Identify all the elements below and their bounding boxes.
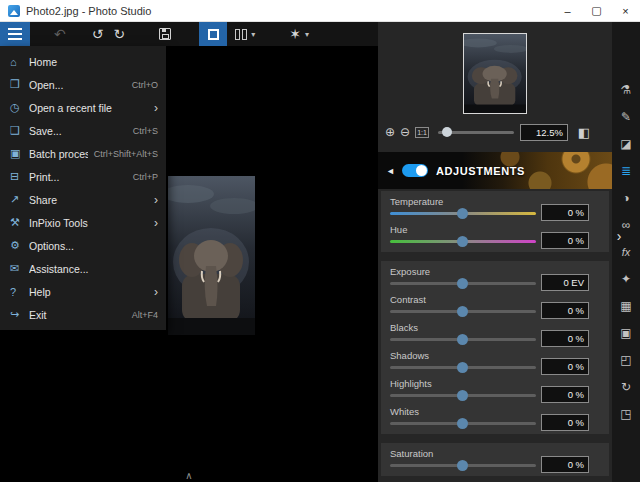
highlights-slider-handle[interactable] [457,390,468,401]
highlights-value-input[interactable]: 0 % [541,386,589,403]
preview-area [378,33,612,114]
eraser-icon[interactable]: ◪ [616,134,636,154]
minimize-button[interactable]: – [553,0,582,21]
expand-rail-icon[interactable]: › [612,228,626,244]
frames-icon[interactable]: ▣ [616,323,636,343]
save-icon [159,28,171,40]
window-title: Photo2.jpg - Photo Studio [26,5,553,17]
effects-fx-icon[interactable]: fx [616,242,636,262]
zoom-slider-handle[interactable] [442,127,452,137]
main-menu-dropdown: ⌂Home❒Open...Ctrl+O◷Open a recent file›❑… [0,46,166,330]
save-button[interactable] [155,22,175,46]
whites-value-input[interactable]: 0 % [541,414,589,431]
exposure-value-input[interactable]: 0 EV [541,274,589,291]
hue-slider-handle[interactable] [457,236,468,247]
contrast-slider-handle[interactable] [457,306,468,317]
adjustments-header: ◄ ADJUSTMENTS [378,152,612,189]
close-button[interactable]: × [611,0,640,21]
zoom-in-icon[interactable]: ⊕ [385,126,395,138]
menu-item-label: Share [29,194,148,206]
blacks-value-input[interactable]: 0 % [541,330,589,347]
photo-studio-window: Photo2.jpg - Photo Studio –▢× ↶↺↻▾✶▾ ∧ ⌂… [0,0,640,482]
collapse-panel-icon[interactable]: ◄ [386,166,395,176]
main-menu-button[interactable] [0,22,30,46]
adjustments-toggle[interactable] [402,164,428,177]
rotate-right-icon: ↻ [113,27,125,41]
zoom-slider[interactable] [438,125,514,139]
whites-slider-handle[interactable] [457,418,468,429]
view-compare-button[interactable]: ▾ [231,22,259,46]
menu-item-shortcut: Alt+F4 [132,310,158,320]
submenu-arrow-icon: › [154,285,158,299]
menu-item-share[interactable]: ↗Share› [0,188,166,211]
zoom-actual-size-icon[interactable]: 1:1 [415,127,429,138]
menu-item-assistance[interactable]: ✉Assistance... [0,257,166,280]
batch-process-icon: ▣ [10,147,29,160]
titlebar: Photo2.jpg - Photo Studio –▢× [0,0,640,22]
crop-icon[interactable]: ◰ [616,350,636,370]
hue-value-input[interactable]: 0 % [541,232,589,249]
rotate-icon[interactable]: ↻ [616,377,636,397]
temperature-slider-handle[interactable] [457,208,468,219]
fit-to-screen-icon[interactable]: ◧ [578,126,590,139]
maximize-button[interactable]: ▢ [582,0,611,21]
resize-icon[interactable]: ◳ [616,404,636,424]
zoom-out-icon[interactable]: ⊖ [400,126,410,138]
menu-item-print[interactable]: ⊟Print...Ctrl+P [0,165,166,188]
contrast-row: Contrast0 % [381,292,609,320]
temperature-value-input[interactable]: 0 % [541,204,589,221]
adjustments-title: ADJUSTMENTS [436,165,525,177]
help-icon: ? [10,286,29,298]
menu-item-exit[interactable]: ↪ExitAlt+F4 [0,303,166,326]
slider-group: Temperature0 %Hue0 % [381,191,609,252]
shadows-value-input[interactable]: 0 % [541,358,589,375]
rotate-left-icon: ↺ [92,27,104,41]
pencil-icon[interactable]: ✎ [616,107,636,127]
tone-curve-icon[interactable]: ◑ [616,188,636,208]
chevron-down-icon: ▾ [305,30,309,39]
adjustments-icon[interactable]: ≣ [616,161,636,181]
magic-wand-icon[interactable]: ✦ [616,269,636,289]
tool-rail: ⚗✎◪≣◑∞fx✦▦▣◰↻◳ [612,22,640,482]
menu-item-shortcut: Ctrl+Shift+Alt+S [94,149,158,159]
menu-item-save[interactable]: ❑Save...Ctrl+S [0,119,166,142]
menu-item-open[interactable]: ❒Open...Ctrl+O [0,73,166,96]
chevron-down-icon: ▾ [251,30,255,39]
blacks-slider-handle[interactable] [457,334,468,345]
menu-item-label: Open a recent file [29,102,148,114]
menu-item-label: InPixio Tools [29,217,148,229]
canvas-image [168,176,255,335]
menu-item-label: Assistance... [29,263,158,275]
saturation-slider-handle[interactable] [457,460,468,471]
slider-group: Exposure0 EVContrast0 %Blacks0 %Shadows0… [381,261,609,434]
menu-item-options[interactable]: ⚙Options... [0,234,166,257]
open-folder-icon: ❒ [10,78,29,91]
zoom-value-input[interactable]: 12.5% [520,124,568,141]
slider-label: Whites [390,406,419,417]
menu-item-help[interactable]: ?Help› [0,280,166,303]
menu-item-label: Save... [29,125,127,137]
grid-icon[interactable]: ▦ [616,296,636,316]
saturation-row: Saturation0 % [381,446,609,474]
saturation-value-input[interactable]: 0 % [541,456,589,473]
undo-icon: ↶ [54,27,66,41]
view-single-button[interactable] [199,22,227,46]
rotate-left-button[interactable]: ↺ [88,22,108,46]
tools-icon: ⚒ [10,216,29,229]
shadows-slider-handle[interactable] [457,362,468,373]
menu-item-home[interactable]: ⌂Home [0,50,166,73]
submenu-arrow-icon: › [154,216,158,230]
menu-item-open-a-recent-file[interactable]: ◷Open a recent file› [0,96,166,119]
retouch-tools-button[interactable]: ✶▾ [285,22,313,46]
color-lab-icon[interactable]: ⚗ [616,80,636,100]
menu-item-batch-process[interactable]: ▣Batch process...Ctrl+Shift+Alt+S [0,142,166,165]
menu-item-label: Exit [29,309,126,321]
menu-item-inpixio-tools[interactable]: ⚒InPixio Tools› [0,211,166,234]
rotate-right-button[interactable]: ↻ [109,22,129,46]
bottom-panel-expander[interactable]: ∧ [0,471,378,481]
zoom-controls: ⊕⊖1:1 12.5% ◧ [385,122,606,142]
exposure-slider-handle[interactable] [457,278,468,289]
contrast-value-input[interactable]: 0 % [541,302,589,319]
preview-thumbnail[interactable] [463,33,527,114]
undo-button[interactable]: ↶ [50,22,70,46]
